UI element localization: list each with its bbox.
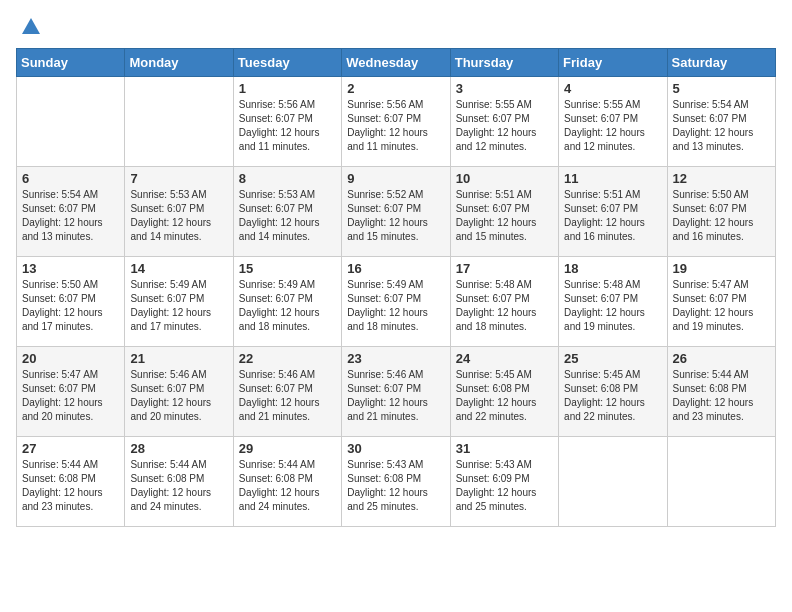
- calendar-cell: 27Sunrise: 5:44 AMSunset: 6:08 PMDayligh…: [17, 437, 125, 527]
- day-info: Sunrise: 5:45 AMSunset: 6:08 PMDaylight:…: [564, 368, 661, 424]
- day-number: 5: [673, 81, 770, 96]
- day-number: 11: [564, 171, 661, 186]
- day-info: Sunrise: 5:48 AMSunset: 6:07 PMDaylight:…: [564, 278, 661, 334]
- day-number: 31: [456, 441, 553, 456]
- day-info: Sunrise: 5:49 AMSunset: 6:07 PMDaylight:…: [239, 278, 336, 334]
- day-number: 28: [130, 441, 227, 456]
- week-row-3: 13Sunrise: 5:50 AMSunset: 6:07 PMDayligh…: [17, 257, 776, 347]
- day-info: Sunrise: 5:50 AMSunset: 6:07 PMDaylight:…: [673, 188, 770, 244]
- day-info: Sunrise: 5:53 AMSunset: 6:07 PMDaylight:…: [130, 188, 227, 244]
- day-number: 3: [456, 81, 553, 96]
- calendar-cell: 25Sunrise: 5:45 AMSunset: 6:08 PMDayligh…: [559, 347, 667, 437]
- day-info: Sunrise: 5:56 AMSunset: 6:07 PMDaylight:…: [347, 98, 444, 154]
- day-number: 8: [239, 171, 336, 186]
- calendar-cell: 31Sunrise: 5:43 AMSunset: 6:09 PMDayligh…: [450, 437, 558, 527]
- calendar-cell: 29Sunrise: 5:44 AMSunset: 6:08 PMDayligh…: [233, 437, 341, 527]
- calendar-cell: 4Sunrise: 5:55 AMSunset: 6:07 PMDaylight…: [559, 77, 667, 167]
- calendar-cell: 22Sunrise: 5:46 AMSunset: 6:07 PMDayligh…: [233, 347, 341, 437]
- day-info: Sunrise: 5:44 AMSunset: 6:08 PMDaylight:…: [239, 458, 336, 514]
- day-info: Sunrise: 5:51 AMSunset: 6:07 PMDaylight:…: [456, 188, 553, 244]
- day-info: Sunrise: 5:55 AMSunset: 6:07 PMDaylight:…: [564, 98, 661, 154]
- week-row-4: 20Sunrise: 5:47 AMSunset: 6:07 PMDayligh…: [17, 347, 776, 437]
- weekday-header-saturday: Saturday: [667, 49, 775, 77]
- calendar-cell: 13Sunrise: 5:50 AMSunset: 6:07 PMDayligh…: [17, 257, 125, 347]
- calendar-cell: [667, 437, 775, 527]
- week-row-5: 27Sunrise: 5:44 AMSunset: 6:08 PMDayligh…: [17, 437, 776, 527]
- calendar-cell: 28Sunrise: 5:44 AMSunset: 6:08 PMDayligh…: [125, 437, 233, 527]
- day-info: Sunrise: 5:49 AMSunset: 6:07 PMDaylight:…: [130, 278, 227, 334]
- day-number: 21: [130, 351, 227, 366]
- calendar-cell: 18Sunrise: 5:48 AMSunset: 6:07 PMDayligh…: [559, 257, 667, 347]
- day-number: 16: [347, 261, 444, 276]
- calendar-cell: [559, 437, 667, 527]
- calendar-cell: 19Sunrise: 5:47 AMSunset: 6:07 PMDayligh…: [667, 257, 775, 347]
- day-info: Sunrise: 5:47 AMSunset: 6:07 PMDaylight:…: [673, 278, 770, 334]
- day-info: Sunrise: 5:44 AMSunset: 6:08 PMDaylight:…: [22, 458, 119, 514]
- day-number: 4: [564, 81, 661, 96]
- day-number: 13: [22, 261, 119, 276]
- day-number: 6: [22, 171, 119, 186]
- day-info: Sunrise: 5:56 AMSunset: 6:07 PMDaylight:…: [239, 98, 336, 154]
- svg-marker-0: [22, 18, 40, 34]
- weekday-header-row: SundayMondayTuesdayWednesdayThursdayFrid…: [17, 49, 776, 77]
- day-number: 9: [347, 171, 444, 186]
- day-info: Sunrise: 5:46 AMSunset: 6:07 PMDaylight:…: [347, 368, 444, 424]
- calendar-cell: 7Sunrise: 5:53 AMSunset: 6:07 PMDaylight…: [125, 167, 233, 257]
- day-number: 30: [347, 441, 444, 456]
- calendar-cell: 8Sunrise: 5:53 AMSunset: 6:07 PMDaylight…: [233, 167, 341, 257]
- calendar-cell: [125, 77, 233, 167]
- calendar-cell: 5Sunrise: 5:54 AMSunset: 6:07 PMDaylight…: [667, 77, 775, 167]
- day-info: Sunrise: 5:54 AMSunset: 6:07 PMDaylight:…: [673, 98, 770, 154]
- day-number: 22: [239, 351, 336, 366]
- calendar-cell: 6Sunrise: 5:54 AMSunset: 6:07 PMDaylight…: [17, 167, 125, 257]
- day-info: Sunrise: 5:44 AMSunset: 6:08 PMDaylight:…: [673, 368, 770, 424]
- day-info: Sunrise: 5:45 AMSunset: 6:08 PMDaylight:…: [456, 368, 553, 424]
- logo: [16, 16, 44, 38]
- day-info: Sunrise: 5:51 AMSunset: 6:07 PMDaylight:…: [564, 188, 661, 244]
- calendar-cell: 2Sunrise: 5:56 AMSunset: 6:07 PMDaylight…: [342, 77, 450, 167]
- calendar-cell: 16Sunrise: 5:49 AMSunset: 6:07 PMDayligh…: [342, 257, 450, 347]
- day-info: Sunrise: 5:52 AMSunset: 6:07 PMDaylight:…: [347, 188, 444, 244]
- calendar-cell: 26Sunrise: 5:44 AMSunset: 6:08 PMDayligh…: [667, 347, 775, 437]
- day-number: 23: [347, 351, 444, 366]
- calendar-cell: 11Sunrise: 5:51 AMSunset: 6:07 PMDayligh…: [559, 167, 667, 257]
- calendar-cell: 24Sunrise: 5:45 AMSunset: 6:08 PMDayligh…: [450, 347, 558, 437]
- calendar-cell: [17, 77, 125, 167]
- day-number: 17: [456, 261, 553, 276]
- calendar-cell: 10Sunrise: 5:51 AMSunset: 6:07 PMDayligh…: [450, 167, 558, 257]
- week-row-1: 1Sunrise: 5:56 AMSunset: 6:07 PMDaylight…: [17, 77, 776, 167]
- weekday-header-tuesday: Tuesday: [233, 49, 341, 77]
- day-info: Sunrise: 5:46 AMSunset: 6:07 PMDaylight:…: [239, 368, 336, 424]
- weekday-header-friday: Friday: [559, 49, 667, 77]
- day-info: Sunrise: 5:46 AMSunset: 6:07 PMDaylight:…: [130, 368, 227, 424]
- week-row-2: 6Sunrise: 5:54 AMSunset: 6:07 PMDaylight…: [17, 167, 776, 257]
- calendar-cell: 30Sunrise: 5:43 AMSunset: 6:08 PMDayligh…: [342, 437, 450, 527]
- weekday-header-wednesday: Wednesday: [342, 49, 450, 77]
- day-number: 26: [673, 351, 770, 366]
- day-number: 27: [22, 441, 119, 456]
- day-info: Sunrise: 5:44 AMSunset: 6:08 PMDaylight:…: [130, 458, 227, 514]
- day-number: 20: [22, 351, 119, 366]
- day-info: Sunrise: 5:47 AMSunset: 6:07 PMDaylight:…: [22, 368, 119, 424]
- day-number: 12: [673, 171, 770, 186]
- calendar-cell: 17Sunrise: 5:48 AMSunset: 6:07 PMDayligh…: [450, 257, 558, 347]
- calendar-cell: 20Sunrise: 5:47 AMSunset: 6:07 PMDayligh…: [17, 347, 125, 437]
- day-number: 18: [564, 261, 661, 276]
- weekday-header-sunday: Sunday: [17, 49, 125, 77]
- day-number: 14: [130, 261, 227, 276]
- day-number: 29: [239, 441, 336, 456]
- day-info: Sunrise: 5:54 AMSunset: 6:07 PMDaylight:…: [22, 188, 119, 244]
- page-header: [16, 16, 776, 38]
- calendar-cell: 14Sunrise: 5:49 AMSunset: 6:07 PMDayligh…: [125, 257, 233, 347]
- day-info: Sunrise: 5:43 AMSunset: 6:08 PMDaylight:…: [347, 458, 444, 514]
- day-number: 1: [239, 81, 336, 96]
- day-number: 24: [456, 351, 553, 366]
- day-info: Sunrise: 5:55 AMSunset: 6:07 PMDaylight:…: [456, 98, 553, 154]
- weekday-header-thursday: Thursday: [450, 49, 558, 77]
- day-number: 19: [673, 261, 770, 276]
- day-number: 15: [239, 261, 336, 276]
- calendar-cell: 9Sunrise: 5:52 AMSunset: 6:07 PMDaylight…: [342, 167, 450, 257]
- calendar-cell: 23Sunrise: 5:46 AMSunset: 6:07 PMDayligh…: [342, 347, 450, 437]
- day-number: 25: [564, 351, 661, 366]
- calendar-cell: 12Sunrise: 5:50 AMSunset: 6:07 PMDayligh…: [667, 167, 775, 257]
